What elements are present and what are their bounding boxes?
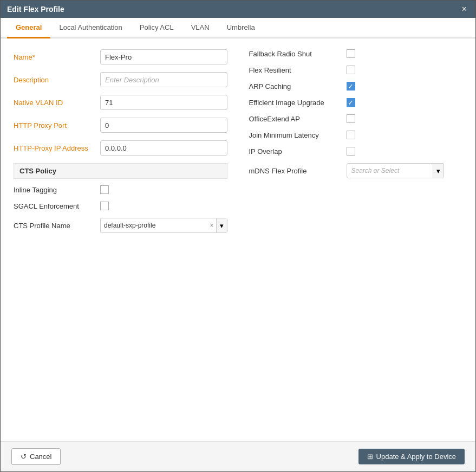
flex-resilient-checkbox[interactable] — [347, 66, 355, 74]
cts-profile-clear-icon[interactable]: × — [207, 222, 216, 229]
update-label: Update & Apply to Device — [376, 452, 456, 461]
sgacl-enforcement-checkbox[interactable] — [100, 202, 109, 210]
efficient-image-upgrade-checkbox[interactable]: ✓ — [347, 98, 355, 107]
right-column: Fallback Radio Shut Flex Resilient ARP C… — [249, 49, 463, 430]
native-vlan-id-input[interactable] — [100, 95, 227, 110]
join-minimum-latency-label: Join Minimum Latency — [249, 131, 347, 139]
mdns-flex-profile-label: mDNS Flex Profile — [249, 167, 347, 175]
officeextend-ap-label: OfficeExtend AP — [249, 115, 347, 123]
cts-profile-value: default-sxp-profile — [101, 219, 207, 231]
join-minimum-latency-row: Join Minimum Latency — [249, 131, 463, 139]
native-vlan-id-label: Native VLAN ID — [14, 99, 100, 107]
arp-caching-checkbox[interactable]: ✓ — [347, 82, 355, 90]
dialog-title: Edit Flex Profile — [7, 5, 64, 14]
name-input[interactable] — [100, 49, 227, 64]
officeextend-ap-checkbox[interactable] — [347, 114, 355, 123]
inline-tagging-row: Inline Tagging — [14, 185, 227, 194]
mdns-dropdown-icon[interactable]: ▾ — [433, 164, 444, 178]
http-proxy-ip-label: HTTP-Proxy IP Address — [14, 144, 100, 152]
cts-profile-dropdown-icon[interactable]: ▾ — [216, 218, 227, 232]
cancel-label: Cancel — [30, 452, 51, 461]
http-proxy-ip-field-row: HTTP-Proxy IP Address — [14, 140, 227, 156]
native-vlan-id-field-row: Native VLAN ID — [14, 95, 227, 110]
cancel-button[interactable]: ↺ Cancel — [11, 448, 61, 465]
ip-overlap-checkbox[interactable] — [347, 147, 355, 156]
name-label: Name* — [14, 53, 100, 61]
tab-vlan[interactable]: VLAN — [182, 18, 218, 38]
cts-profile-name-row: CTS Profile Name default-sxp-profile × ▾ — [14, 218, 227, 233]
mdns-flex-profile-row: mDNS Flex Profile Search or Select ▾ — [249, 163, 463, 178]
efficient-image-upgrade-label: Efficient Image Upgrade — [249, 99, 347, 107]
inline-tagging-label: Inline Tagging — [14, 186, 100, 194]
tab-local-authentication[interactable]: Local Authentication — [50, 18, 131, 38]
edit-flex-profile-dialog: Edit Flex Profile × General Local Authen… — [0, 0, 476, 472]
flex-resilient-row: Flex Resilient — [249, 66, 463, 74]
http-proxy-ip-input[interactable] — [100, 140, 227, 156]
description-input[interactable] — [100, 72, 227, 87]
officeextend-ap-row: OfficeExtend AP — [249, 114, 463, 123]
flex-resilient-label: Flex Resilient — [249, 66, 347, 74]
tabs-bar: General Local Authentication Policy ACL … — [1, 18, 475, 38]
arp-caching-label: ARP Caching — [249, 82, 347, 90]
fallback-radio-shut-label: Fallback Radio Shut — [249, 50, 347, 58]
left-column: Name* Description Native VLAN ID HTTP Pr… — [14, 49, 227, 430]
ip-overlap-row: IP Overlap — [249, 147, 463, 156]
arp-caching-row: ARP Caching ✓ — [249, 82, 463, 90]
name-field-row: Name* — [14, 49, 227, 64]
sgacl-enforcement-row: SGACL Enforcement — [14, 202, 227, 210]
ip-overlap-label: IP Overlap — [249, 147, 347, 156]
dialog-footer: ↺ Cancel ⊞ Update & Apply to Device — [1, 441, 475, 471]
dialog-header: Edit Flex Profile × — [1, 1, 475, 18]
join-minimum-latency-checkbox[interactable] — [347, 131, 355, 139]
description-label: Description — [14, 76, 100, 84]
update-apply-button[interactable]: ⊞ Update & Apply to Device — [358, 449, 465, 464]
inline-tagging-checkbox[interactable] — [100, 185, 109, 194]
cts-profile-select[interactable]: default-sxp-profile × ▾ — [100, 218, 227, 233]
fallback-radio-shut-checkbox[interactable] — [347, 49, 355, 58]
http-proxy-port-field-row: HTTP Proxy Port — [14, 118, 227, 133]
tab-umbrella[interactable]: Umbrella — [218, 18, 264, 38]
sgacl-enforcement-label: SGACL Enforcement — [14, 202, 100, 210]
cancel-icon: ↺ — [21, 452, 27, 461]
mdns-placeholder: Search or Select — [347, 165, 433, 177]
cts-policy-section-header: CTS Policy — [14, 163, 227, 179]
description-field-row: Description — [14, 72, 227, 87]
http-proxy-port-input[interactable] — [100, 118, 227, 133]
tab-general[interactable]: General — [7, 18, 50, 38]
efficient-image-upgrade-row: Efficient Image Upgrade ✓ — [249, 98, 463, 107]
cts-profile-name-label: CTS Profile Name — [14, 222, 100, 230]
main-content: Name* Description Native VLAN ID HTTP Pr… — [1, 38, 475, 441]
tab-policy-acl[interactable]: Policy ACL — [131, 18, 182, 38]
mdns-flex-profile-select[interactable]: Search or Select ▾ — [347, 163, 444, 178]
fallback-radio-shut-row: Fallback Radio Shut — [249, 49, 463, 58]
update-icon: ⊞ — [367, 452, 373, 461]
http-proxy-port-label: HTTP Proxy Port — [14, 121, 100, 130]
close-button[interactable]: × — [460, 5, 469, 14]
